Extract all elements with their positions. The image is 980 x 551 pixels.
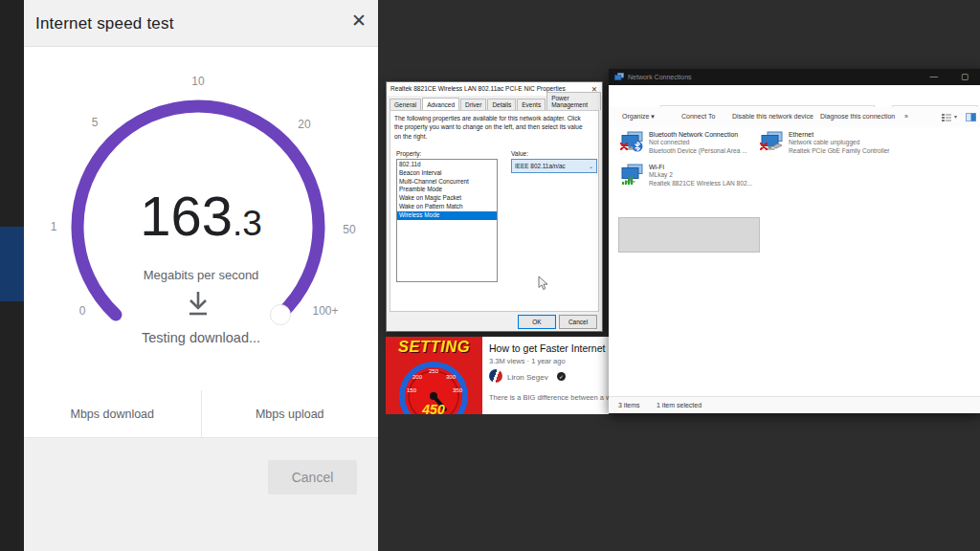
- wifi-adapter-icon: [620, 164, 645, 187]
- gauge-label-5: 5: [92, 116, 99, 129]
- speed-value: 163.3: [24, 184, 378, 248]
- dial-label: 150: [407, 387, 417, 393]
- speed-test-title: Internet speed test: [35, 14, 174, 33]
- video-description: There is a BIG difference between a wire…: [489, 393, 609, 402]
- nic-description: The following properties are available f…: [394, 114, 586, 141]
- property-item[interactable]: 802.11d: [397, 161, 497, 169]
- preview-pane-icon[interactable]: [966, 113, 976, 121]
- nic-properties-dialog: Realtek 8821CE Wireless LAN 802.11ac PCI…: [386, 81, 603, 332]
- status-items-count: 3 items: [618, 402, 640, 408]
- property-item[interactable]: Multi-Channel Concurrent: [397, 178, 497, 187]
- chevron-down-icon: ⌄: [589, 163, 596, 169]
- close-icon[interactable]: ✕: [351, 10, 367, 32]
- adapter-status: Network cable unplugged: [789, 139, 890, 147]
- property-item[interactable]: Beacon Interval: [397, 169, 497, 178]
- gauge-label-0: 0: [79, 304, 86, 318]
- value-label: Value:: [511, 150, 528, 157]
- minimize-icon[interactable]: —: [930, 72, 939, 81]
- network-window-icon: [614, 73, 624, 81]
- property-item-selected[interactable]: Wireless Mode: [397, 211, 497, 220]
- mbps-download-label: Mbps download: [24, 390, 201, 437]
- tab-driver[interactable]: Driver: [460, 99, 486, 111]
- property-listbox[interactable]: 802.11d Beacon Interval Multi-Channel Co…: [396, 159, 498, 282]
- speed-test-header: Internet speed test ✕: [24, 0, 378, 47]
- command-toolbar: Organize ▾ Connect To Disable this netwo…: [609, 107, 980, 128]
- toolbar-organize[interactable]: Organize ▾: [622, 113, 655, 121]
- thumbnail-number: 450: [421, 402, 445, 414]
- mouse-cursor: [538, 276, 548, 291]
- dial-label: 250: [429, 368, 439, 374]
- wifi-selection-highlight[interactable]: [618, 217, 760, 253]
- maximize-icon[interactable]: ▢: [961, 72, 969, 81]
- speed-value-whole: 163: [140, 185, 233, 247]
- cancel-button[interactable]: Cancel: [559, 315, 597, 329]
- adapter-device: Bluetooth Device (Personal Area ...: [649, 147, 747, 156]
- adapter-bluetooth[interactable]: Bluetooth Network Connection Not connect…: [620, 130, 747, 156]
- toolbar-diagnose[interactable]: Diagnose this connection: [820, 113, 895, 120]
- thumbnail-speedometer: 150 200 250 300 350 450: [386, 356, 482, 414]
- toolbar-overflow-icon[interactable]: »: [904, 113, 908, 120]
- video-meta: 3.3M views · 1 year ago: [489, 357, 566, 365]
- caret-down-icon[interactable]: ▾: [954, 113, 957, 120]
- adapter-status: Not connected: [649, 139, 747, 147]
- property-item[interactable]: Wake on Pattern Match: [397, 203, 497, 211]
- value-dropdown[interactable]: IEEE 802.11a/n/ac ⌄: [511, 159, 597, 173]
- video-info: How to get Faster Internet 3.3M views · …: [482, 337, 609, 414]
- adapter-name: Bluetooth Network Connection: [649, 130, 747, 139]
- background-strip: [0, 0, 24, 551]
- speed-test-footer: [24, 438, 378, 551]
- channel-name[interactable]: Liron Segev: [507, 373, 548, 382]
- thumbnail-setting-text: SETTING: [386, 338, 482, 356]
- property-item[interactable]: Wake on Magic Packet: [397, 194, 497, 203]
- adapter-status: MLkay 2: [649, 171, 752, 180]
- adapter-ethernet[interactable]: Ethernet Network cable unplugged Realtek…: [760, 130, 890, 156]
- video-result-row: SETTING 150 200 250 300 350 450 How to g…: [386, 337, 609, 414]
- ok-button[interactable]: OK: [518, 315, 556, 329]
- gauge-label-20: 20: [298, 118, 310, 131]
- adapter-name: Ethernet: [789, 130, 890, 139]
- dial-label: 200: [412, 374, 423, 380]
- ethernet-adapter-icon: [760, 131, 785, 154]
- background-blue-block: [0, 227, 24, 301]
- status-bar: 3 items 1 item selected: [609, 396, 980, 413]
- mbps-upload-label: Mbps upload: [201, 390, 379, 437]
- speed-value-decimal: .3: [233, 204, 262, 243]
- toolbar-connect-to[interactable]: Connect To: [681, 113, 715, 120]
- status-selected-count: 1 item selected: [657, 402, 702, 408]
- gauge-label-100: 100+: [312, 304, 338, 318]
- screen: Internet speed test ✕ 0 1 5 10 20 50 100…: [0, 0, 980, 551]
- speed-unit: Megabits per second: [24, 268, 378, 282]
- tab-advanced[interactable]: Advanced: [422, 98, 459, 111]
- gauge-knob: [271, 305, 291, 325]
- address-bar: ← → ↑ « Network and Intern... › Network …: [609, 85, 980, 108]
- speed-test-dialog: Internet speed test ✕ 0 1 5 10 20 50 100…: [24, 0, 378, 551]
- network-connections-window: Network Connections — ▢ ← → ↑ « Network …: [609, 69, 980, 413]
- verified-badge-icon: ✓: [557, 372, 566, 381]
- adapter-device: Realtek PCIe GbE Family Controller: [789, 147, 890, 156]
- window-title: Network Connections: [628, 74, 692, 80]
- speed-status-text: Testing download...: [24, 330, 378, 345]
- toolbar-disable-device[interactable]: Disable this network device: [732, 113, 813, 120]
- nic-title: Realtek 8821CE Wireless LAN 802.11ac PCI…: [390, 85, 566, 92]
- property-item[interactable]: Preamble Mode: [397, 186, 497, 194]
- property-label: Property:: [396, 150, 421, 157]
- dial-label: 300: [446, 374, 457, 380]
- channel-avatar[interactable]: [489, 369, 502, 383]
- speed-columns: Mbps download Mbps upload: [24, 390, 378, 438]
- gauge-label-10: 10: [191, 75, 204, 88]
- video-thumbnail[interactable]: SETTING 150 200 250 300 350 450: [386, 337, 482, 414]
- toolbar-organize-label: Organize: [622, 113, 649, 120]
- view-list-icon[interactable]: [942, 114, 951, 121]
- tab-events[interactable]: Events: [517, 99, 546, 111]
- download-arrow-icon: [184, 290, 212, 320]
- adapter-wifi[interactable]: Wi-Fi MLkay 2 Realtek 8821CE Wireless LA…: [620, 163, 752, 188]
- net-titlebar: Network Connections — ▢: [609, 69, 980, 85]
- video-title[interactable]: How to get Faster Internet: [489, 342, 609, 354]
- caret-down-icon: ▾: [651, 113, 655, 120]
- tab-power-management[interactable]: Power Management: [546, 92, 601, 111]
- speed-cancel-button[interactable]: Cancel: [268, 460, 357, 495]
- adapter-list: Bluetooth Network Connection Not connect…: [609, 127, 980, 397]
- adapter-name: Wi-Fi: [649, 163, 752, 171]
- tab-general[interactable]: General: [390, 99, 421, 111]
- tab-details[interactable]: Details: [487, 99, 516, 111]
